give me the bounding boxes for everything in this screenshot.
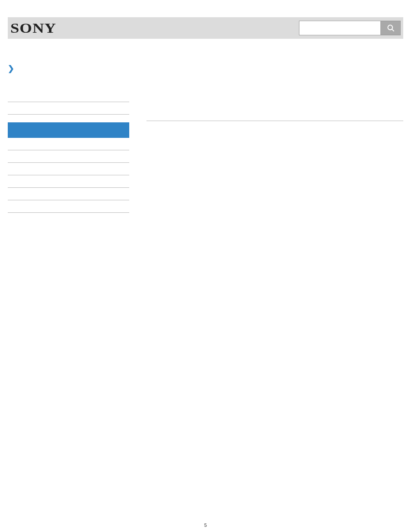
sidebar-item-0[interactable] (8, 90, 129, 102)
sidebar: ❯ (8, 65, 129, 213)
svg-line-1 (392, 29, 394, 31)
chevron-right-icon: ❯ (8, 65, 14, 72)
main-content (146, 65, 403, 121)
content-divider (146, 121, 403, 121)
sidebar-item-7[interactable] (8, 188, 129, 200)
sidebar-item-8[interactable] (8, 200, 129, 213)
sidebar-item-1[interactable] (8, 102, 129, 115)
page-number: 5 (204, 523, 207, 528)
sidebar-item-4[interactable] (8, 150, 129, 163)
svg-point-0 (388, 25, 392, 30)
search-icon (386, 24, 395, 32)
sidebar-item-3[interactable] (8, 138, 129, 150)
sidebar-item-2-active[interactable] (8, 122, 129, 138)
search-group (299, 21, 401, 35)
sidebar-nav (8, 90, 129, 213)
top-bar: SONY (8, 17, 403, 39)
search-input[interactable] (299, 21, 381, 35)
breadcrumb[interactable]: ❯ (8, 65, 129, 72)
search-button[interactable] (381, 21, 401, 35)
sidebar-item-5[interactable] (8, 163, 129, 175)
sidebar-item-6[interactable] (8, 175, 129, 188)
brand-logo: SONY (10, 20, 56, 36)
